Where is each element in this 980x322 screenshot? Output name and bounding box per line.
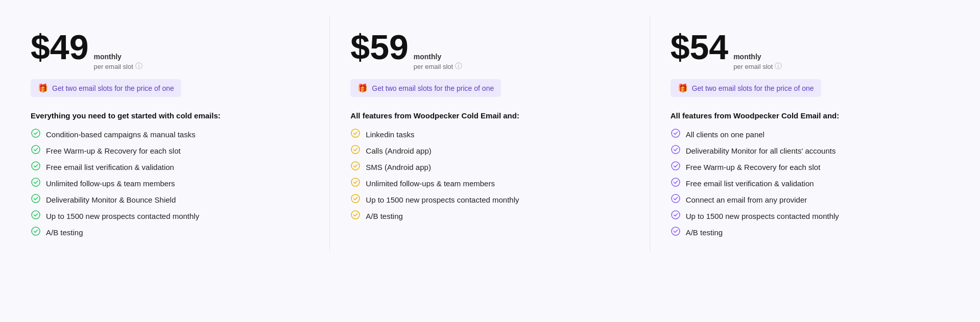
check-icon: [31, 145, 41, 156]
feature-item: A/B testing: [31, 227, 309, 237]
feature-item: SMS (Android app): [350, 162, 629, 172]
svg-point-11: [351, 194, 360, 203]
check-icon: [350, 178, 361, 188]
price-unit: per email slot: [93, 63, 133, 70]
feature-item: All clients on one panel: [671, 129, 949, 139]
svg-point-4: [32, 194, 40, 203]
svg-point-16: [672, 178, 680, 186]
check-icon: [671, 227, 681, 237]
check-icon: [671, 129, 681, 139]
svg-point-18: [672, 211, 680, 219]
price-row: $54monthlyper email slotⓘ: [671, 30, 949, 71]
svg-point-0: [32, 129, 40, 137]
plan-card-sales-assistant: $59monthlyper email slotⓘ🎁Get two email …: [330, 15, 650, 252]
promo-badge[interactable]: 🎁Get two email slots for the price of on…: [350, 79, 501, 97]
feature-text: Connect an email from any provider: [686, 195, 807, 204]
feature-item: Linkedin tasks: [350, 129, 629, 139]
features-list: Linkedin tasks Calls (Android app) SMS (…: [350, 129, 629, 221]
feature-text: A/B testing: [686, 228, 723, 237]
price-row: $59monthlyper email slotⓘ: [350, 30, 629, 71]
price-amount: $54: [671, 30, 728, 64]
plan-card-agency: $54monthlyper email slotⓘ🎁Get two email …: [650, 15, 970, 252]
feature-text: Free Warm-up & Recovery for each slot: [46, 146, 181, 155]
svg-point-14: [672, 145, 680, 154]
feature-text: Linkedin tasks: [366, 130, 414, 139]
svg-point-2: [32, 162, 40, 170]
svg-point-15: [672, 162, 680, 170]
gift-icon: 🎁: [357, 83, 368, 93]
feature-item: Free email list verification & validatio…: [31, 162, 309, 172]
price-period: monthly: [414, 53, 462, 61]
check-icon: [350, 162, 361, 172]
price-unit: per email slot: [414, 63, 453, 70]
feature-text: Up to 1500 new prospects contacted month…: [366, 195, 519, 204]
feature-item: Condition-based campaigns & manual tasks: [31, 129, 309, 139]
info-icon[interactable]: ⓘ: [455, 62, 462, 71]
check-icon: [31, 211, 41, 221]
feature-text: A/B testing: [46, 228, 83, 237]
check-icon: [671, 211, 681, 221]
feature-item: Connect an email from any provider: [671, 194, 949, 205]
svg-point-13: [672, 129, 680, 137]
check-icon: [31, 178, 41, 188]
feature-text: All clients on one panel: [686, 130, 764, 139]
svg-point-5: [32, 211, 40, 219]
feature-text: Calls (Android app): [366, 146, 431, 155]
promo-badge[interactable]: 🎁Get two email slots for the price of on…: [31, 79, 181, 97]
check-icon: [31, 129, 41, 139]
feature-text: Free Warm-up & Recovery for each slot: [686, 163, 821, 171]
check-icon: [671, 178, 681, 188]
feature-text: SMS (Android app): [366, 163, 431, 171]
feature-text: Free email list verification & validatio…: [46, 163, 174, 171]
check-icon: [350, 145, 361, 156]
feature-text: Up to 1500 new prospects contacted month…: [686, 212, 839, 220]
feature-text: Deliverability Monitor & Bounce Shield: [46, 195, 176, 204]
features-list: All clients on one panel Deliverability …: [671, 129, 949, 237]
feature-item: Up to 1500 new prospects contacted month…: [671, 211, 949, 221]
features-heading: All features from Woodpecker Cold Email …: [350, 111, 629, 120]
price-period: monthly: [733, 53, 782, 61]
features-heading: All features from Woodpecker Cold Email …: [671, 111, 949, 120]
price-amount: $49: [31, 30, 88, 64]
promo-text: Get two email slots for the price of one: [692, 84, 814, 92]
info-icon[interactable]: ⓘ: [775, 62, 782, 71]
features-list: Condition-based campaigns & manual tasks…: [31, 129, 309, 237]
svg-point-6: [32, 227, 40, 235]
svg-point-3: [32, 178, 40, 186]
feature-item: Free Warm-up & Recovery for each slot: [671, 162, 949, 172]
promo-text: Get two email slots for the price of one: [52, 84, 174, 92]
check-icon: [31, 162, 41, 172]
check-icon: [31, 227, 41, 237]
check-icon: [350, 194, 361, 205]
feature-item: Unlimited follow-ups & team members: [350, 178, 629, 188]
feature-item: Unlimited follow-ups & team members: [31, 178, 309, 188]
feature-item: Deliverability Monitor & Bounce Shield: [31, 194, 309, 205]
check-icon: [31, 194, 41, 205]
gift-icon: 🎁: [38, 83, 48, 93]
gift-icon: 🎁: [678, 83, 688, 93]
price-row: $49monthlyper email slotⓘ: [31, 30, 309, 71]
feature-item: A/B testing: [350, 211, 629, 221]
promo-text: Get two email slots for the price of one: [372, 84, 494, 92]
info-icon[interactable]: ⓘ: [135, 62, 142, 71]
feature-item: A/B testing: [671, 227, 949, 237]
svg-point-1: [32, 145, 40, 154]
feature-text: Up to 1500 new prospects contacted month…: [46, 212, 199, 220]
feature-text: Unlimited follow-ups & team members: [46, 179, 175, 188]
price-meta: monthlyper email slotⓘ: [733, 53, 782, 71]
svg-point-10: [351, 178, 360, 186]
svg-point-7: [351, 129, 360, 137]
features-heading: Everything you need to get started with …: [31, 111, 309, 120]
price-meta: monthlyper email slotⓘ: [414, 53, 462, 71]
pricing-grid: $49monthlyper email slotⓘ🎁Get two email …: [0, 0, 980, 267]
check-icon: [671, 145, 681, 156]
feature-text: Unlimited follow-ups & team members: [366, 179, 495, 188]
feature-item: Calls (Android app): [350, 145, 629, 156]
svg-point-12: [351, 211, 360, 219]
feature-item: Up to 1500 new prospects contacted month…: [31, 211, 309, 221]
feature-item: Free email list verification & validatio…: [671, 178, 949, 188]
feature-item: Deliverability Monitor for all clients' …: [671, 145, 949, 156]
check-icon: [350, 211, 361, 221]
svg-point-19: [672, 227, 680, 235]
promo-badge[interactable]: 🎁Get two email slots for the price of on…: [671, 79, 821, 97]
